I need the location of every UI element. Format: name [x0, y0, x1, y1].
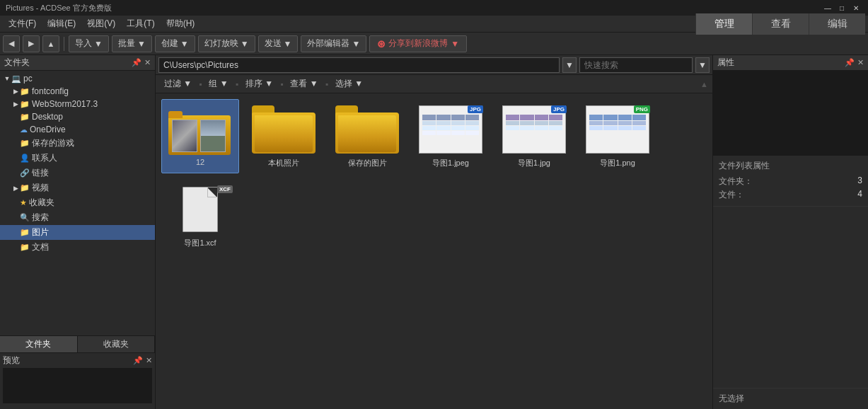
- folder-icon-webstorm: 📁: [20, 100, 30, 109]
- tree-item-videos[interactable]: ▶ 📁 视频: [0, 180, 155, 195]
- sidebar-tab-favorites[interactable]: 收藏夹: [78, 336, 156, 352]
- tree-item-fontconfig[interactable]: ▶ 📁 fontconfig: [0, 85, 155, 98]
- view-button[interactable]: 查看 ▼: [286, 77, 322, 91]
- file-name-png1: 导图1.png: [600, 158, 635, 168]
- file-item-xcf1[interactable]: XCF 导图1.xcf: [161, 179, 239, 253]
- search-input[interactable]: [579, 57, 693, 73]
- properties-row-files: 文件： 4: [719, 188, 862, 202]
- select-button[interactable]: 选择 ▼: [331, 77, 367, 91]
- tree-item-webstorm[interactable]: ▶ 📁 WebStorm2017.3: [0, 98, 155, 110]
- import-arrow-icon: ▼: [94, 39, 103, 49]
- sidebar-close-icon[interactable]: ✕: [144, 58, 151, 67]
- file-grid: 12 本机照片: [156, 93, 712, 409]
- badge-jpg-jpeg1: JPG: [468, 105, 483, 113]
- external-editor-arrow-icon: ▼: [352, 39, 360, 49]
- sidebar-bottom-tabs: 文件夹 收藏夹: [0, 335, 155, 352]
- filter-collapse-icon[interactable]: ▲: [700, 80, 708, 88]
- menu-file[interactable]: 文件(F): [3, 16, 42, 32]
- filter-button[interactable]: 过滤 ▼: [160, 77, 196, 91]
- folder-icon-documents: 📁: [20, 243, 30, 252]
- file-item-saved-images[interactable]: 保存的图片: [328, 99, 406, 173]
- header-row: 文件(F) 编辑(E) 视图(V) 工具(T) 帮助(H) 管理 查看 编辑: [0, 16, 868, 33]
- maximize-button[interactable]: □: [835, 1, 848, 14]
- weibo-button[interactable]: ⊛ 分享到新浪微博 ▼: [369, 35, 467, 52]
- tab-view[interactable]: 查看: [752, 13, 809, 35]
- batch-button[interactable]: 批量 ▼: [112, 35, 152, 52]
- group-button[interactable]: 组 ▼: [204, 77, 232, 91]
- tree-item-savedgames[interactable]: 📁 保存的游戏: [0, 136, 155, 151]
- file-thumb-saved-images: [333, 104, 401, 155]
- file-name-xcf1: 导图1.xcf: [184, 238, 216, 248]
- batch-arrow-icon: ▼: [137, 39, 146, 49]
- tree-item-links[interactable]: 🔗 链接: [0, 166, 155, 180]
- tree-item-contacts[interactable]: 👤 联系人: [0, 151, 155, 166]
- properties-row-folders: 文件夹： 3: [719, 175, 862, 188]
- import-button[interactable]: 导入 ▼: [69, 35, 109, 52]
- sort-button[interactable]: 排序 ▼: [241, 77, 277, 91]
- file-item-jpeg1[interactable]: JPG 导图1.jpeg: [412, 99, 490, 173]
- preview-close-icon[interactable]: ✕: [146, 356, 152, 365]
- file-thumb-png1: PNG: [584, 104, 652, 155]
- folder-icon-pictures: 📁: [20, 228, 30, 237]
- properties-label-files: 文件：: [719, 189, 744, 201]
- tree-item-pc[interactable]: ▼ 💻 pc: [0, 72, 155, 85]
- file-thumb-jpg1: JPG: [500, 104, 568, 155]
- send-button[interactable]: 发送 ▼: [258, 35, 299, 52]
- create-arrow-icon: ▼: [180, 39, 189, 49]
- slideshow-button[interactable]: 幻灯放映 ▼: [198, 35, 255, 52]
- address-input[interactable]: [158, 57, 560, 73]
- tree-item-favorites[interactable]: ★ 收藏夹: [0, 195, 155, 210]
- slideshow-arrow-icon: ▼: [241, 39, 249, 49]
- folder-icon-savedgames: 📁: [20, 139, 30, 148]
- search-dropdown-button[interactable]: ▼: [695, 57, 710, 73]
- file-thumb-local-photos: [250, 104, 318, 155]
- badge-png-png1: PNG: [634, 105, 650, 113]
- top-tabs: 管理 查看 编辑: [695, 13, 865, 35]
- nav-forward-button[interactable]: ▶: [23, 35, 40, 52]
- app-title: Pictures - ACDSee 官方免费版: [6, 3, 821, 13]
- sidebar-title: 文件夹: [4, 57, 30, 69]
- star-icon: ★: [20, 198, 27, 207]
- tree-item-pictures[interactable]: 📁 图片: [0, 225, 155, 240]
- file-item-png1[interactable]: PNG 导图1.png: [579, 99, 656, 173]
- menu-tools[interactable]: 工具(T): [121, 16, 160, 32]
- properties-close-icon[interactable]: ✕: [857, 58, 864, 67]
- properties-pin-icon[interactable]: 📌: [845, 58, 855, 67]
- computer-icon: 💻: [11, 74, 21, 83]
- folder-icon: 📁: [20, 87, 30, 96]
- properties-controls: 📌 ✕: [845, 58, 864, 67]
- external-editor-button[interactable]: 外部编辑器 ▼: [301, 35, 366, 52]
- menu-help[interactable]: 帮助(H): [161, 16, 201, 32]
- properties-preview-area: [713, 71, 868, 156]
- main-area: 文件夹 📌 ✕ ▼ 💻 pc ▶ 📁 fontconfig ▶ �: [0, 55, 868, 409]
- sidebar: 文件夹 📌 ✕ ▼ 💻 pc ▶ 📁 fontconfig ▶ �: [0, 55, 156, 409]
- sidebar-tab-folders[interactable]: 文件夹: [0, 336, 78, 352]
- nav-back-button[interactable]: ◀: [3, 35, 20, 52]
- preview-pin-icon[interactable]: 📌: [133, 356, 143, 365]
- file-name-saved-images: 保存的图片: [348, 158, 387, 168]
- tab-edit[interactable]: 编辑: [809, 13, 865, 35]
- search-tree-icon: 🔍: [20, 213, 30, 222]
- file-item-local-photos[interactable]: 本机照片: [245, 99, 323, 173]
- menu-view[interactable]: 视图(V): [81, 16, 121, 32]
- tree-item-desktop[interactable]: 📁 Desktop: [0, 110, 155, 123]
- tree-item-documents[interactable]: 📁 文档: [0, 240, 155, 255]
- menu-edit[interactable]: 编辑(E): [42, 16, 81, 32]
- file-item-12[interactable]: 12: [161, 99, 239, 173]
- properties-spacer: [713, 207, 868, 388]
- sidebar-pin-icon[interactable]: 📌: [132, 58, 141, 67]
- properties-file-list: 文件列表属性 文件夹： 3 文件： 4: [713, 156, 868, 207]
- nav-up-button[interactable]: ▲: [42, 35, 59, 52]
- tab-manage[interactable]: 管理: [695, 13, 752, 35]
- properties-section-title: 文件列表属性: [719, 160, 862, 172]
- folder-icon-desktop: 📁: [20, 113, 30, 122]
- create-button[interactable]: 创建 ▼: [155, 35, 195, 52]
- file-item-jpg1[interactable]: JPG 导图1.jpg: [495, 99, 573, 173]
- tree-item-onedrive[interactable]: ☁ OneDrive: [0, 123, 155, 136]
- close-button[interactable]: ✕: [850, 1, 862, 14]
- minimize-button[interactable]: —: [821, 1, 834, 14]
- properties-footer: 无选择: [713, 388, 868, 409]
- address-dropdown-button[interactable]: ▼: [562, 57, 577, 73]
- cloud-icon: ☁: [20, 125, 28, 134]
- tree-item-search[interactable]: 🔍 搜索: [0, 210, 155, 225]
